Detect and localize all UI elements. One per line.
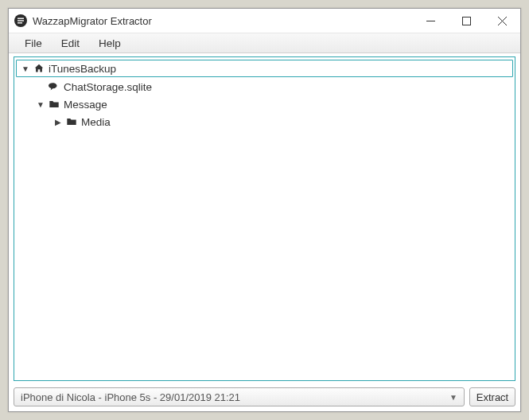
tree-node-itunesbackup[interactable]: ▼ iTunesBackup — [16, 60, 513, 77]
tree-node-chatstorage[interactable]: ▶ ChatStorage.sqlite — [14, 78, 515, 95]
extract-button[interactable]: Extract — [469, 387, 515, 406]
tree-node-label: Message — [64, 99, 107, 111]
menu-bar: File Edit Help — [9, 33, 520, 53]
maximize-icon — [462, 17, 471, 25]
close-icon — [498, 17, 507, 25]
close-button[interactable] — [484, 9, 520, 33]
chevron-down-icon[interactable]: ▼ — [35, 100, 46, 109]
app-window: WazzapMigrator Extractor File Edit Help … — [8, 8, 521, 412]
svg-rect-5 — [463, 17, 471, 25]
svg-rect-2 — [18, 20, 24, 21]
chat-icon — [48, 80, 60, 93]
backup-select[interactable]: iPhone di Nicola - iPhone 5s - 29/01/201… — [14, 387, 465, 406]
folder-icon — [48, 98, 60, 111]
minimize-icon — [426, 17, 435, 25]
svg-rect-1 — [18, 18, 24, 19]
bottom-bar: iPhone di Nicola - iPhone 5s - 29/01/201… — [9, 384, 520, 411]
tree-node-label: iTunesBackup — [49, 63, 116, 75]
tree-node-label: Media — [81, 116, 111, 128]
maximize-button[interactable] — [449, 9, 484, 33]
chevron-down-icon: ▼ — [449, 393, 457, 402]
window-title: WazzapMigrator Extractor — [33, 15, 152, 27]
svg-rect-3 — [18, 22, 22, 23]
extract-button-label: Extract — [476, 391, 508, 403]
backup-select-value: iPhone di Nicola - iPhone 5s - 29/01/201… — [21, 391, 240, 403]
chevron-right-icon[interactable]: ▶ — [53, 118, 64, 126]
title-bar: WazzapMigrator Extractor — [9, 9, 520, 33]
folder-icon — [65, 115, 78, 128]
app-icon — [14, 14, 28, 28]
tree-node-media[interactable]: ▶ Media — [14, 113, 515, 130]
menu-file[interactable]: File — [15, 36, 52, 51]
menu-help[interactable]: Help — [89, 36, 130, 51]
tree-node-message[interactable]: ▼ Message — [14, 95, 515, 113]
menu-edit[interactable]: Edit — [52, 36, 89, 51]
tree-view[interactable]: ▼ iTunesBackup ▶ ChatStorage.sqlite ▼ — [14, 56, 515, 381]
chevron-down-icon[interactable]: ▼ — [20, 64, 31, 73]
tree-node-label: ChatStorage.sqlite — [64, 81, 152, 93]
minimize-button[interactable] — [413, 9, 449, 33]
home-icon — [33, 62, 45, 75]
